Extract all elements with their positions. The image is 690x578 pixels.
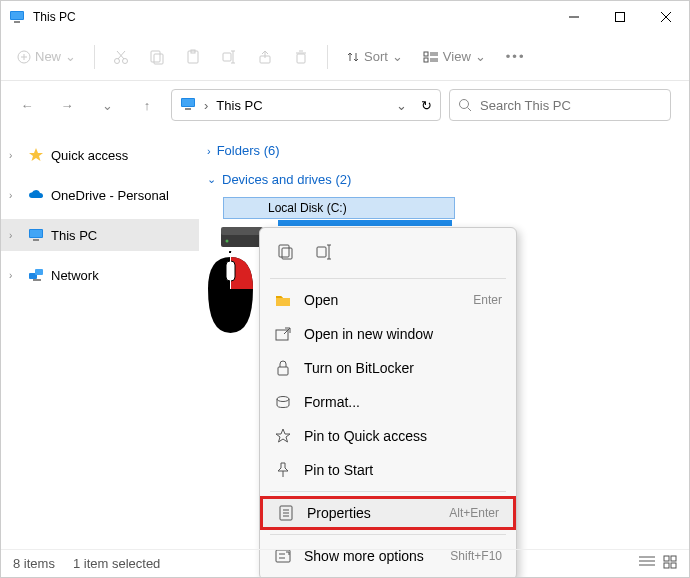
sidebar-item-label: Quick access: [51, 148, 128, 163]
details-view-button[interactable]: [639, 555, 655, 572]
svg-rect-38: [30, 230, 42, 237]
svg-rect-44: [221, 227, 263, 235]
sort-icon: [346, 50, 360, 64]
sidebar-item-label: Network: [51, 268, 99, 283]
grid-view-button[interactable]: [663, 555, 677, 572]
svg-rect-4: [616, 13, 625, 22]
disk-label: Local Disk (C:): [268, 201, 347, 215]
address-path: This PC: [216, 98, 262, 113]
chevron-down-icon[interactable]: ⌄: [396, 98, 407, 113]
section-label: Folders (6): [217, 143, 280, 158]
folder-icon: [274, 291, 292, 309]
ctx-label: Turn on BitLocker: [304, 360, 490, 376]
search-box[interactable]: [449, 89, 671, 121]
recent-button[interactable]: ⌄: [91, 89, 123, 121]
chevron-right-icon[interactable]: ›: [9, 150, 21, 161]
svg-point-10: [115, 58, 120, 63]
svg-rect-18: [223, 53, 231, 61]
local-disk-c[interactable]: Local Disk (C:): [223, 197, 455, 219]
items-count: 8 items: [13, 556, 55, 571]
rename-icon: [221, 49, 237, 65]
disk-usage-bar: [278, 220, 452, 226]
rename-button[interactable]: [213, 43, 245, 71]
titlebar: This PC: [1, 1, 689, 33]
share-icon: [257, 49, 273, 65]
ctx-label: Pin to Start: [304, 462, 490, 478]
share-button[interactable]: [249, 43, 281, 71]
sidebar: › Quick access › OneDrive - Personal › T…: [1, 129, 199, 567]
rename-icon: [315, 243, 333, 261]
svg-rect-50: [317, 247, 326, 257]
ctx-properties[interactable]: Properties Alt+Enter: [260, 496, 516, 530]
minimize-button[interactable]: [551, 1, 597, 33]
window-title: This PC: [33, 10, 551, 24]
chevron-right-icon[interactable]: ›: [9, 270, 21, 281]
paste-button[interactable]: [177, 43, 209, 71]
more-button[interactable]: •••: [498, 43, 534, 70]
trash-icon: [293, 49, 309, 65]
copy-button[interactable]: [141, 43, 173, 71]
ctx-copy-button[interactable]: [274, 240, 298, 264]
sort-label: Sort: [364, 49, 388, 64]
format-icon: [274, 393, 292, 411]
forward-button[interactable]: →: [51, 89, 83, 121]
chevron-down-icon: ⌄: [475, 49, 486, 64]
ctx-open-new-window[interactable]: Open in new window: [260, 317, 516, 351]
ctx-rename-button[interactable]: [312, 240, 336, 264]
section-label: Devices and drives (2): [222, 172, 351, 187]
refresh-button[interactable]: ↻: [421, 98, 432, 113]
chevron-right-icon: ›: [204, 98, 208, 113]
svg-rect-69: [664, 563, 669, 568]
sidebar-item-onedrive[interactable]: › OneDrive - Personal: [1, 179, 199, 211]
svg-line-13: [117, 51, 124, 59]
star-icon: [27, 146, 45, 164]
network-icon: [27, 266, 45, 284]
ctx-label: Open: [304, 292, 461, 308]
address-bar[interactable]: › This PC ⌄ ↻: [171, 89, 441, 121]
ctx-bitlocker[interactable]: Turn on BitLocker: [260, 351, 516, 385]
svg-rect-70: [671, 563, 676, 568]
new-button[interactable]: New ⌄: [9, 43, 84, 70]
chevron-right-icon[interactable]: ›: [9, 190, 21, 201]
mouse-graphic: [203, 251, 258, 341]
selected-count: 1 item selected: [73, 556, 160, 571]
svg-point-35: [460, 100, 469, 109]
up-button[interactable]: ↑: [131, 89, 163, 121]
navbar: ← → ⌄ ↑ › This PC ⌄ ↻: [1, 81, 689, 129]
statusbar: 8 items 1 item selected: [1, 549, 689, 577]
back-button[interactable]: ←: [11, 89, 43, 121]
svg-rect-33: [182, 99, 194, 106]
sidebar-item-network[interactable]: › Network: [1, 259, 199, 291]
chevron-down-icon: ⌄: [207, 173, 216, 186]
cut-button[interactable]: [105, 43, 137, 71]
drives-section-header[interactable]: ⌄ Devices and drives (2): [207, 168, 689, 191]
ctx-pin-start[interactable]: Pin to Start: [260, 453, 516, 487]
search-icon: [458, 98, 472, 112]
svg-rect-42: [33, 279, 41, 281]
ctx-label: Pin to Quick access: [304, 428, 490, 444]
sidebar-item-thispc[interactable]: › This PC: [1, 219, 199, 251]
sort-button[interactable]: Sort ⌄: [338, 43, 411, 70]
ctx-open[interactable]: Open Enter: [260, 283, 516, 317]
ctx-accel: Enter: [473, 293, 502, 307]
sidebar-item-quickaccess[interactable]: › Quick access: [1, 139, 199, 171]
ctx-format[interactable]: Format...: [260, 385, 516, 419]
folders-section-header[interactable]: › Folders (6): [207, 139, 689, 162]
chevron-right-icon[interactable]: ›: [9, 230, 21, 241]
search-input[interactable]: [480, 98, 662, 113]
view-button[interactable]: View ⌄: [415, 43, 494, 70]
maximize-button[interactable]: [597, 1, 643, 33]
sidebar-item-label: This PC: [51, 228, 97, 243]
sidebar-item-label: OneDrive - Personal: [51, 188, 169, 203]
svg-line-36: [468, 108, 472, 112]
cut-icon: [113, 49, 129, 65]
close-button[interactable]: [643, 1, 689, 33]
ctx-pin-quickaccess[interactable]: Pin to Quick access: [260, 419, 516, 453]
chevron-right-icon: ›: [207, 145, 211, 157]
delete-button[interactable]: [285, 43, 317, 71]
ctx-label: Properties: [307, 505, 437, 521]
svg-point-45: [226, 240, 229, 243]
thispc-icon: [180, 96, 196, 115]
ctx-accel: Alt+Enter: [449, 506, 499, 520]
svg-rect-68: [671, 556, 676, 561]
